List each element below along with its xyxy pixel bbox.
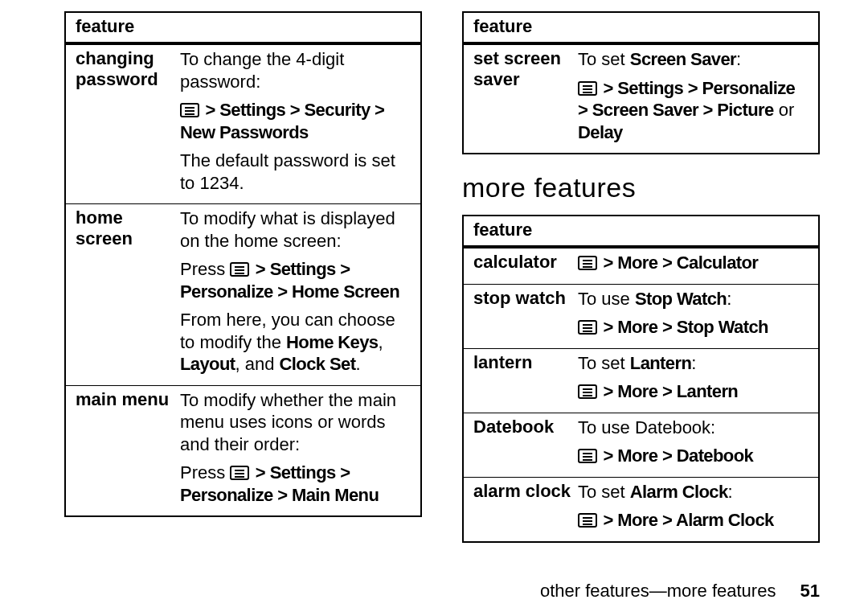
menu-path: > Settings > Personalize > Screen Saver … bbox=[578, 77, 809, 144]
menu-icon bbox=[230, 466, 249, 480]
table-row: home screen To modify what is displayed … bbox=[66, 204, 420, 386]
table-header: feature bbox=[464, 13, 818, 45]
menu-icon bbox=[578, 384, 597, 399]
bold-term: Clock Set bbox=[280, 354, 356, 374]
bold-term: Layout bbox=[180, 354, 235, 374]
menu-path: > Settings > Security > New Passwords bbox=[180, 99, 411, 143]
menu-icon bbox=[578, 320, 597, 335]
left-table: feature changing password To change the … bbox=[64, 11, 422, 517]
bold-term: Lantern bbox=[630, 353, 691, 373]
text-frag: To use bbox=[578, 289, 635, 309]
path-text: > More > Alarm Clock bbox=[599, 510, 774, 530]
bold-term: Home Keys bbox=[286, 332, 378, 352]
row-body: To modify whether the main menu uses ico… bbox=[180, 389, 411, 507]
row-body: > More > Calculator bbox=[578, 252, 809, 274]
body-text: To modify whether the main menu uses ico… bbox=[180, 389, 411, 456]
press-word: Press bbox=[180, 259, 230, 279]
table-row: main menu To modify whether the main men… bbox=[66, 386, 420, 516]
body-text: To change the 4-digit password: bbox=[180, 48, 411, 92]
menu-path: > More > Alarm Clock bbox=[578, 509, 809, 532]
row-title: alarm clock bbox=[473, 481, 578, 532]
text-frag: To set bbox=[578, 482, 630, 502]
text-frag: : bbox=[728, 482, 733, 502]
table-row: alarm clock To set Alarm Clock: > More >… bbox=[464, 478, 818, 541]
path-text: > More > Lantern bbox=[599, 381, 738, 401]
row-title: home screen bbox=[76, 207, 180, 376]
row-title: stop watch bbox=[473, 288, 578, 339]
text-frag: : bbox=[727, 289, 731, 309]
menu-icon bbox=[578, 513, 597, 528]
path-text: > More > Stop Watch bbox=[599, 317, 768, 337]
menu-path: > More > Datebook bbox=[578, 445, 809, 467]
row-title: lantern bbox=[473, 352, 578, 403]
body-text: To use Datebook: bbox=[578, 417, 809, 439]
menu-icon bbox=[578, 81, 597, 96]
row-body: To set Screen Saver: > Settings > Person… bbox=[578, 48, 809, 143]
body-text: From here, you can choose to modify the … bbox=[180, 309, 411, 376]
left-column: feature changing password To change the … bbox=[64, 11, 422, 551]
path-text: > Settings > Personalize > Screen Saver … bbox=[578, 78, 795, 121]
body-text: To set Lantern: bbox=[578, 352, 809, 375]
path-text: > More > Calculator bbox=[599, 253, 758, 273]
text-frag: , bbox=[379, 332, 383, 352]
path-text: > Settings > Security > New Passwords bbox=[180, 100, 384, 142]
bold-term: Stop Watch bbox=[635, 289, 727, 309]
menu-icon bbox=[578, 256, 597, 270]
right-column: feature set screen saver To set Screen S… bbox=[462, 11, 820, 551]
body-text: To use Stop Watch: bbox=[578, 288, 809, 310]
menu-icon bbox=[230, 262, 249, 277]
row-title: main menu bbox=[76, 389, 180, 507]
table-row: calculator > More > Calculator bbox=[464, 248, 818, 285]
table-row: Datebook To use Datebook: > More > Dateb… bbox=[464, 413, 818, 478]
text-frag: : bbox=[691, 353, 696, 373]
row-body: To use Stop Watch: > More > Stop Watch bbox=[578, 288, 809, 339]
menu-icon bbox=[578, 449, 597, 463]
manual-page: feature changing password To change the … bbox=[0, 0, 868, 616]
section-heading: more features bbox=[462, 172, 820, 203]
menu-path: Press > Settings > Personalize > Main Me… bbox=[180, 462, 411, 506]
menu-path: > More > Calculator bbox=[578, 252, 809, 274]
row-body: To change the 4-digit password: > Settin… bbox=[180, 48, 411, 194]
table-row: stop watch To use Stop Watch: > More > S… bbox=[464, 285, 818, 349]
table-header: feature bbox=[464, 216, 818, 248]
right-bottom-table: feature calculator > More > Calculator s… bbox=[462, 215, 820, 543]
menu-path: > More > Stop Watch bbox=[578, 316, 809, 339]
page-number: 51 bbox=[800, 581, 820, 601]
table-row: changing password To change the 4-digit … bbox=[66, 45, 420, 204]
text-frag: , and bbox=[235, 354, 280, 374]
menu-path: Press > Settings > Personalize > Home Sc… bbox=[180, 258, 411, 302]
path-text: > More > Datebook bbox=[599, 446, 753, 466]
text-frag: To set bbox=[578, 49, 630, 69]
menu-icon bbox=[180, 103, 199, 117]
row-body: To set Alarm Clock: > More > Alarm Clock bbox=[578, 481, 809, 532]
right-top-table: feature set screen saver To set Screen S… bbox=[462, 11, 820, 154]
text-frag: To set bbox=[578, 353, 630, 373]
footer-text: other features—more features bbox=[540, 581, 776, 601]
text-frag: or bbox=[774, 100, 795, 120]
row-body: To set Lantern: > More > Lantern bbox=[578, 352, 809, 403]
menu-path: > More > Lantern bbox=[578, 380, 809, 403]
press-word: Press bbox=[180, 462, 230, 483]
row-title: Datebook bbox=[473, 417, 578, 467]
row-body: To use Datebook: > More > Datebook bbox=[578, 417, 809, 467]
row-title: set screen saver bbox=[473, 48, 578, 143]
bold-term: Delay bbox=[578, 122, 623, 142]
table-row: set screen saver To set Screen Saver: > … bbox=[464, 45, 818, 153]
row-title: changing password bbox=[76, 48, 180, 194]
body-text: To modify what is displayed on the home … bbox=[180, 207, 411, 252]
bold-term: Alarm Clock bbox=[630, 482, 728, 502]
table-row: lantern To set Lantern: > More > Lantern bbox=[464, 349, 818, 413]
text-frag: . bbox=[355, 354, 360, 374]
table-header: feature bbox=[66, 13, 420, 45]
columns: feature changing password To change the … bbox=[64, 11, 820, 551]
text-frag: : bbox=[736, 49, 741, 69]
page-footer: other features—more features 51 bbox=[540, 581, 820, 602]
body-text: To set Alarm Clock: bbox=[578, 481, 809, 503]
row-title: calculator bbox=[473, 252, 578, 274]
body-text: The default password is set to 1234. bbox=[180, 150, 411, 194]
body-text: To set Screen Saver: bbox=[578, 48, 809, 71]
row-body: To modify what is displayed on the home … bbox=[180, 207, 411, 376]
bold-term: Screen Saver bbox=[630, 49, 736, 69]
